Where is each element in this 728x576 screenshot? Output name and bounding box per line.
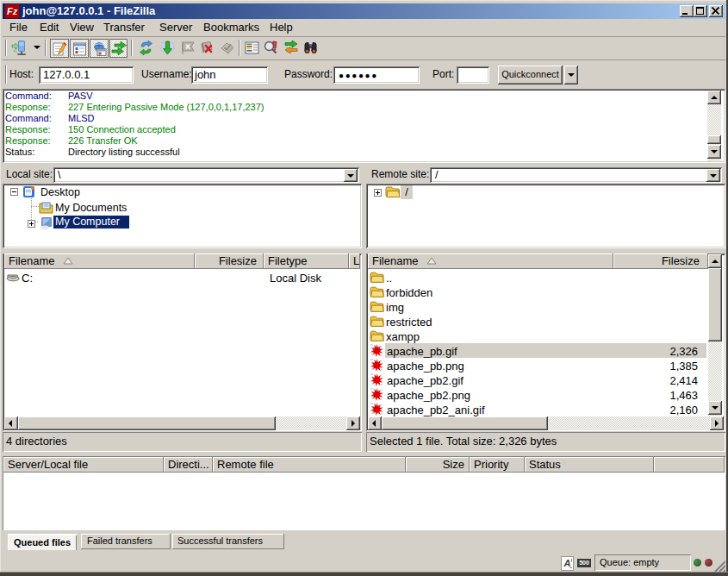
svg-text:Fz: Fz [7,6,18,16]
